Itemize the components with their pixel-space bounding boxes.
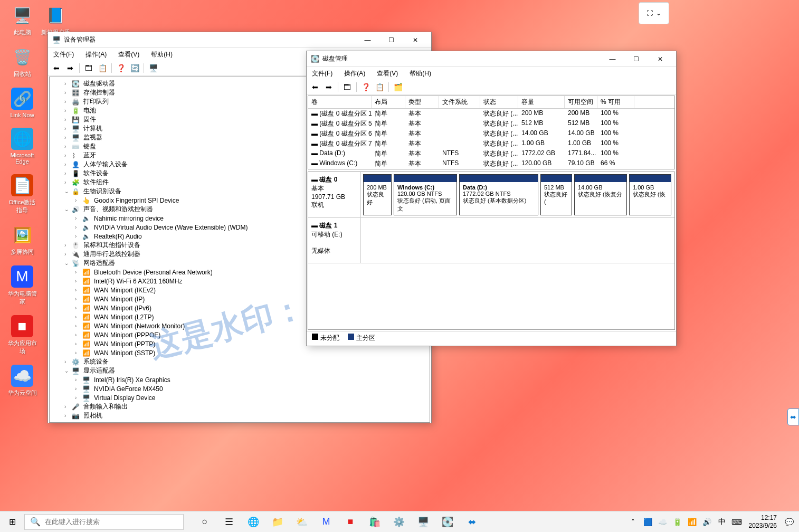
tray-chevron-icon[interactable]: ˄ — [627, 518, 639, 526]
diskmgr-taskbar-icon[interactable]: 💽 — [436, 511, 459, 533]
menu-item[interactable]: 文件(F) — [310, 68, 335, 79]
expand-caret[interactable]: › — [64, 90, 72, 96]
partition[interactable]: 1.00 GB状态良好 (恢 — [629, 174, 671, 215]
expand-caret[interactable]: › — [64, 81, 72, 87]
partition[interactable]: 14.00 GB状态良好 (恢复分 — [574, 174, 627, 215]
tray-ime-icon[interactable]: 中 — [716, 517, 728, 527]
expand-caret[interactable]: › — [75, 323, 82, 329]
tree-node[interactable]: ›📶WAN Miniport (SSTP) — [50, 348, 430, 357]
detail-button[interactable]: 🗔 — [341, 81, 354, 93]
tray-volume-icon[interactable]: 🔊 — [701, 518, 713, 526]
col-status[interactable]: 状态 — [480, 96, 518, 108]
volume-row[interactable]: ▬ Windows (C:)简单基本NTFS状态良好 (...120.00 GB… — [308, 159, 674, 169]
col-percent[interactable]: % 可用 — [597, 96, 634, 108]
appstore-taskbar-icon[interactable]: ■ — [339, 511, 362, 533]
volume-row[interactable]: ▬ (磁盘 0 磁盘分区 6)简单基本状态良好 (...14.00 GB14.0… — [308, 129, 674, 139]
desktop-icon[interactable]: 🖥️此电脑 — [6, 4, 38, 36]
col-free[interactable]: 可用空间 — [565, 96, 597, 108]
expand-caret[interactable]: › — [75, 215, 82, 221]
teamviewer-taskbar-icon[interactable]: ⬌ — [460, 511, 483, 533]
table-header[interactable]: 卷 布局 类型 文件系统 状态 容量 可用空间 % 可用 — [308, 96, 674, 109]
col-type[interactable]: 类型 — [405, 96, 439, 108]
tray-battery-icon[interactable]: 🔋 — [672, 518, 683, 526]
volume-row[interactable]: ▬ (磁盘 0 磁盘分区 1)简单基本状态良好 (...200 MB200 MB… — [308, 109, 674, 119]
search-input[interactable] — [45, 518, 178, 526]
taskbar-search[interactable]: 🔍 — [24, 514, 184, 530]
expand-caret[interactable]: › — [75, 287, 82, 293]
explorer-taskbar-icon[interactable]: 📁 — [266, 511, 289, 533]
desktop-icon[interactable]: 📄Office激活指导 — [6, 174, 38, 214]
weather-taskbar-icon[interactable]: ⛅ — [290, 511, 313, 533]
expand-caret[interactable]: › — [64, 242, 72, 248]
expand-caret[interactable]: › — [75, 332, 82, 338]
expand-caret[interactable]: › — [75, 395, 82, 401]
expand-caret[interactable]: › — [64, 162, 72, 167]
menu-item[interactable]: 操作(A) — [342, 68, 367, 79]
partition[interactable]: 512 MB状态良好 ( — [540, 174, 572, 215]
expand-caret[interactable]: › — [64, 135, 72, 140]
expand-caret[interactable]: › — [64, 170, 72, 176]
tray-cloud-icon[interactable]: ☁️ — [657, 518, 669, 526]
tree-node[interactable]: ›🖥️NVIDIA GeForce MX450 — [50, 384, 430, 393]
screenshot-widget[interactable]: ⛶ ⌄ — [639, 2, 669, 24]
volume-row[interactable]: ▬ (磁盘 0 磁盘分区 5)简单基本状态良好 (...512 MB512 MB… — [308, 119, 674, 129]
expand-caret[interactable]: › — [75, 197, 82, 203]
help-button[interactable]: ❓ — [359, 81, 372, 93]
list-button[interactable]: 📋 — [96, 62, 109, 74]
start-button[interactable]: ⊞ — [0, 511, 24, 533]
forward-button[interactable]: ➡ — [64, 62, 77, 74]
desktop-icon[interactable]: M华为电脑管家 — [6, 265, 38, 306]
expand-caret[interactable]: › — [64, 126, 72, 131]
utility-taskbar-icon[interactable]: ⚙️ — [387, 511, 411, 533]
maximize-button[interactable]: ☐ — [624, 52, 648, 66]
desktop-icon[interactable]: 🖼️多屏协同 — [6, 224, 38, 256]
col-volume[interactable]: 卷 — [308, 96, 372, 108]
expand-caret[interactable]: › — [64, 251, 72, 257]
desktop-icon[interactable]: ☁️华为云空间 — [6, 365, 38, 397]
cortana-button[interactable]: ○ — [193, 511, 216, 533]
disk-row[interactable]: ▬ 磁盘 1可移动 (E:)无媒体 — [308, 218, 674, 263]
back-button[interactable]: ⬅ — [50, 62, 63, 74]
pcmanager-taskbar-icon[interactable]: M — [315, 511, 338, 533]
desktop-icon[interactable]: 🌐Microsoft Edge — [6, 128, 38, 165]
expand-caret[interactable]: › — [64, 404, 72, 410]
tree-node[interactable]: ›📷照相机 — [50, 411, 430, 420]
back-button[interactable]: ⬅ — [309, 81, 321, 93]
menu-item[interactable]: 帮助(H) — [149, 49, 175, 60]
expand-caret[interactable]: ⌄ — [64, 188, 72, 194]
expand-caret[interactable]: › — [75, 305, 82, 311]
minimize-button[interactable]: — — [601, 52, 624, 66]
desktop-icon[interactable]: 🗑️回收站 — [6, 46, 38, 78]
titlebar[interactable]: 💽 磁盘管理 — ☐ ✕ — [307, 51, 676, 67]
taskbar-clock[interactable]: 12:17 2023/9/26 — [746, 514, 780, 529]
forward-button[interactable]: ➡ — [322, 81, 335, 93]
expand-caret[interactable]: › — [64, 99, 72, 104]
edge-taskbar-icon[interactable]: 🌐 — [242, 511, 265, 533]
expand-caret[interactable]: › — [75, 314, 82, 320]
tray-wifi-icon[interactable]: 📶 — [687, 518, 698, 526]
partition[interactable]: 200 MB状态良好 — [363, 174, 392, 215]
close-button[interactable]: ✕ — [403, 33, 427, 48]
desktop-icon[interactable]: ■华为应用市场 — [6, 315, 38, 355]
expand-caret[interactable]: › — [75, 341, 82, 347]
expand-caret[interactable]: › — [64, 359, 72, 365]
tree-node[interactable]: ›⚙️系统设备 — [50, 357, 430, 366]
menu-item[interactable]: 操作(A) — [83, 49, 109, 60]
expand-caret[interactable]: › — [64, 153, 72, 158]
expand-caret[interactable]: ⌄ — [64, 260, 72, 266]
menu-item[interactable]: 文件(F) — [51, 49, 76, 60]
expand-caret[interactable]: › — [64, 144, 72, 149]
tree-node[interactable]: ›🎤音频输入和输出 — [50, 402, 430, 411]
close-button[interactable]: ✕ — [648, 52, 672, 66]
expand-caret[interactable]: ⌄ — [64, 368, 72, 374]
expand-caret[interactable]: › — [75, 296, 82, 302]
expand-caret[interactable]: › — [75, 278, 82, 284]
detail-button[interactable]: 🗔 — [82, 62, 95, 74]
volume-row[interactable]: ▬ (磁盘 0 磁盘分区 7)简单基本状态良好 (...1.00 GB1.00 … — [308, 139, 674, 149]
col-capacity[interactable]: 容量 — [518, 96, 565, 108]
menu-item[interactable]: 帮助(H) — [407, 68, 433, 79]
refresh-button[interactable]: 🔄 — [128, 62, 141, 74]
list-button[interactable]: 📋 — [373, 81, 386, 93]
expand-caret[interactable]: › — [64, 117, 72, 122]
disk-graph[interactable]: ▬ 磁盘 0基本1907.71 GB联机200 MB状态良好Windows (C… — [308, 172, 675, 330]
